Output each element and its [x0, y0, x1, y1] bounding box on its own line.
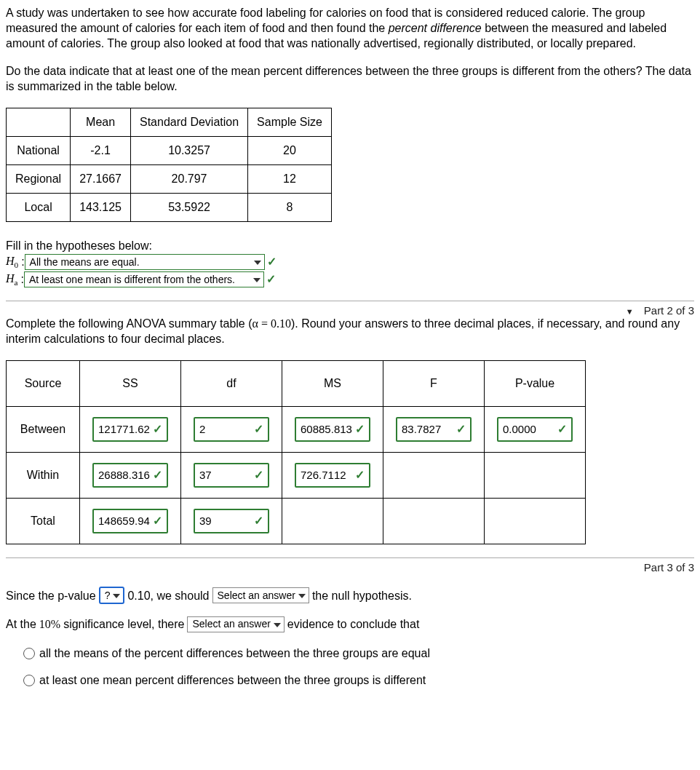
h0-select[interactable]: All the means are equal.	[25, 254, 265, 270]
between-f-input[interactable]: 83.7827✓	[396, 417, 472, 442]
col-n: Sample Size	[248, 108, 332, 136]
check-icon: ✓	[153, 422, 162, 436]
check-icon: ✓	[254, 422, 263, 436]
total-ss-input[interactable]: 148659.94✓	[92, 509, 168, 533]
radio-icon[interactable]	[23, 648, 35, 659]
conclusion-option-2[interactable]: at least one mean percent differences be…	[23, 668, 694, 693]
within-ss-input[interactable]: 26888.316✓	[92, 463, 168, 488]
intro-paragraph-1: A study was undertaken to see how accura…	[6, 6, 694, 51]
anova-row-within: Within 26888.316✓ 37✓ 726.7112✓	[7, 452, 586, 498]
evidence-select[interactable]: Select an answer	[187, 616, 284, 632]
table-row: Regional 27.1667 20.797 12	[7, 164, 332, 193]
row-label: National	[7, 136, 71, 164]
col-ms: MS	[282, 360, 383, 406]
col-f: F	[383, 360, 485, 406]
check-icon: ✓	[153, 468, 162, 482]
conclusion-option-1[interactable]: all the means of the percent differences…	[23, 641, 694, 666]
part2-instructions: Complete the following ANOVA summary tab…	[6, 317, 694, 347]
col-mean: Mean	[71, 108, 131, 136]
hypotheses-prompt: Fill in the hypotheses below:	[6, 239, 694, 253]
ha-label: Ha	[6, 272, 18, 287]
anova-row-between: Between 121771.62✓ 2✓ 60885.813✓ 83.7827…	[7, 406, 586, 452]
between-ms-input[interactable]: 60885.813✓	[295, 417, 370, 442]
total-df-input[interactable]: 39✓	[194, 509, 269, 533]
ha-value: At least one mean is different from the …	[29, 274, 235, 285]
col-p: P-value	[485, 360, 586, 406]
check-icon: ✓	[456, 422, 466, 436]
intro-paragraph-2: Do the data indicate that at least one o…	[6, 64, 694, 95]
h0-label: H0	[6, 255, 18, 269]
col-source: Source	[7, 360, 80, 406]
check-icon: ✓	[355, 468, 365, 482]
col-df: df	[181, 360, 282, 406]
part-3-header: Part 3 of 3	[6, 557, 694, 573]
check-icon: ✓	[254, 514, 263, 528]
check-icon: ✓	[153, 514, 162, 528]
part-2-header: ▼ Part 2 of 3	[6, 301, 694, 317]
check-icon: ✓	[355, 422, 365, 436]
ha-select[interactable]: At least one mean is different from the …	[24, 271, 264, 287]
col-sd: Standard Deviation	[131, 108, 248, 136]
radio-icon[interactable]	[23, 675, 35, 686]
anova-row-total: Total 148659.94✓ 39✓	[7, 498, 586, 544]
table-row: Local 143.125 53.5922 8	[7, 193, 332, 221]
check-icon: ✓	[266, 272, 276, 286]
within-ms-input[interactable]: 726.7112✓	[295, 463, 370, 488]
table-row: National -2.1 10.3257 20	[7, 136, 332, 164]
anova-table: Source SS df MS F P-value Between 121771…	[6, 360, 586, 544]
h0-value: All the means are equal.	[30, 256, 140, 268]
col-ss: SS	[80, 360, 181, 406]
pvalue-compare-select[interactable]: ?	[99, 587, 125, 604]
conclusion-line-1: Since the p-value ? 0.10, we should Sele…	[6, 584, 694, 608]
conclusion-line-2: At the 10% significance level, there Sel…	[6, 612, 694, 637]
within-df-input[interactable]: 37✓	[194, 463, 269, 488]
between-ss-input[interactable]: 121771.62✓	[92, 417, 168, 442]
between-df-input[interactable]: 2✓	[194, 417, 269, 442]
between-p-input[interactable]: 0.0000✓	[497, 417, 573, 442]
row-label: Local	[7, 193, 71, 221]
triangle-down-icon: ▼	[626, 307, 634, 316]
decision-select[interactable]: Select an answer	[212, 587, 309, 603]
check-icon: ✓	[254, 468, 263, 482]
check-icon: ✓	[267, 255, 277, 269]
intro-emph: percent difference	[389, 22, 482, 34]
row-label: Regional	[7, 164, 71, 193]
check-icon: ✓	[557, 422, 567, 436]
summary-table: Mean Standard Deviation Sample Size Nati…	[6, 108, 332, 222]
